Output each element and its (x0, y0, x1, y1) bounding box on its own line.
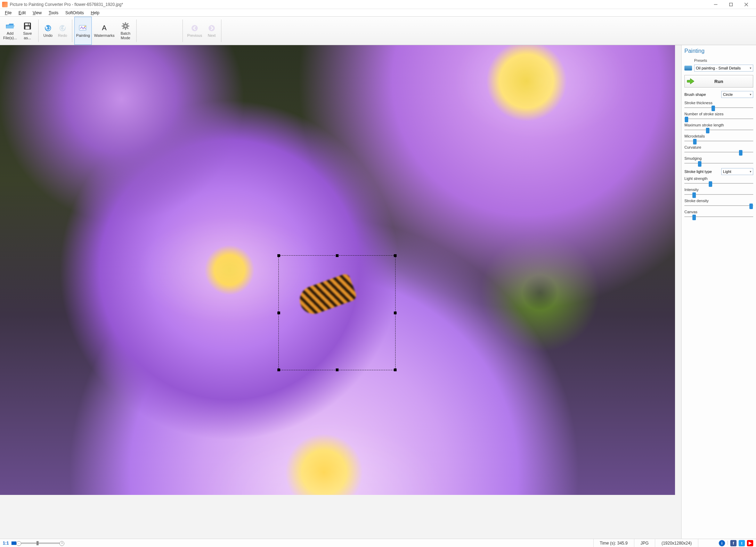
run-button[interactable]: Run (684, 75, 753, 88)
slider-maximum-stroke-length[interactable] (684, 127, 753, 133)
svg-point-14 (124, 25, 127, 27)
preset-select[interactable]: Oil painting - Small Details▾ (694, 65, 753, 72)
slider-stroke-density[interactable] (684, 203, 753, 208)
status-dimensions: (1920x1280x24) (655, 539, 698, 547)
svg-line-21 (127, 23, 128, 24)
sliders-container: Stroke thicknessNumber of stroke sizesMa… (684, 99, 753, 219)
gear-icon (121, 22, 130, 31)
svg-point-23 (192, 25, 198, 31)
canvas-padding (0, 495, 681, 539)
redo-button: Redo (55, 17, 70, 45)
menu-softorbits[interactable]: SoftOrbits (62, 10, 87, 15)
canvas-wrap (0, 45, 681, 539)
svg-rect-5 (25, 23, 30, 25)
menu-help[interactable]: Help (87, 10, 103, 15)
menu-view[interactable]: View (29, 10, 45, 15)
redo-icon (58, 24, 67, 33)
status-bar: 1:1 Time (s): 345.9 JPG (1920x1280x24) i… (0, 539, 756, 547)
svg-point-24 (209, 25, 215, 31)
next-button: Next (204, 17, 219, 45)
slider-canvas[interactable] (684, 214, 753, 219)
social-links: i | f t ▶ (715, 540, 753, 546)
svg-point-11 (84, 26, 86, 27)
svg-line-19 (123, 23, 124, 24)
close-button[interactable] (739, 0, 754, 9)
image-canvas[interactable] (0, 45, 675, 495)
window-controls (708, 0, 754, 9)
slider-label-curvature: Curvature (684, 145, 753, 149)
arrow-right-icon (207, 24, 216, 33)
slider-label-intensity: Intensity (684, 188, 753, 192)
stroke-light-label: Stroke light type (684, 169, 712, 174)
slider-light-strength[interactable] (684, 181, 753, 186)
undo-button[interactable]: Undo (41, 17, 55, 45)
main-area: Painting Presets Oil painting - Small De… (0, 45, 756, 539)
menu-file[interactable]: File (1, 10, 15, 15)
stroke-light-select[interactable]: Light▾ (721, 168, 753, 175)
selection-marquee[interactable] (278, 255, 396, 370)
side-panel: Painting Presets Oil painting - Small De… (681, 45, 756, 539)
handle-tc[interactable] (336, 254, 339, 257)
previous-button: Previous (185, 17, 204, 45)
svg-rect-6 (25, 26, 30, 29)
handle-ml[interactable] (277, 312, 280, 314)
handle-tl[interactable] (277, 254, 280, 257)
handle-bl[interactable] (277, 368, 280, 371)
twitter-icon[interactable]: t (739, 540, 745, 546)
save-icon (23, 22, 32, 31)
handle-br[interactable] (394, 368, 397, 371)
slider-smudging[interactable] (684, 160, 753, 166)
slider-label-canvas: Canvas (684, 210, 753, 214)
arrow-left-icon (190, 24, 199, 33)
painting-button[interactable]: Painting (74, 17, 92, 45)
app-icon (2, 2, 8, 7)
info-icon[interactable]: i (719, 540, 725, 546)
fit-window-icon[interactable] (11, 541, 16, 545)
youtube-icon[interactable]: ▶ (747, 540, 753, 546)
slider-curvature[interactable] (684, 149, 753, 155)
painting-icon (79, 24, 88, 33)
run-arrow-icon (687, 77, 694, 85)
watermarks-button[interactable]: A Watermarks (92, 17, 117, 45)
batch-mode-button[interactable]: Batch Mode (117, 17, 134, 45)
handle-bc[interactable] (336, 368, 339, 371)
maximize-button[interactable] (723, 0, 739, 9)
slider-microdetails[interactable] (684, 138, 753, 144)
slider-label-smudging: Smudging (684, 156, 753, 160)
slider-label-microdetails: Microdetails (684, 134, 753, 138)
chevron-down-icon: ▾ (750, 66, 751, 70)
preset-icon (684, 66, 692, 71)
chevron-down-icon: ▾ (750, 170, 751, 173)
save-as-button[interactable]: Save as... (19, 17, 36, 45)
facebook-icon[interactable]: f (730, 540, 737, 546)
status-format: JPG (634, 539, 655, 547)
slider-number-of-stroke-sizes[interactable] (684, 116, 753, 122)
watermarks-icon: A (100, 24, 109, 33)
window-title: Picture to Painting Converter Pro - flow… (10, 2, 708, 7)
slider-label-stroke-thickness: Stroke thickness (684, 101, 753, 105)
brush-shape-select[interactable]: Circle▾ (721, 91, 753, 98)
handle-mr[interactable] (394, 312, 397, 314)
zoom-slider[interactable] (21, 542, 59, 544)
minimize-button[interactable] (708, 0, 723, 9)
add-files-button[interactable]: Add File(s)... (1, 17, 19, 45)
undo-icon (43, 24, 52, 33)
slider-label-light-strength: Light strength (684, 176, 753, 181)
menu-edit[interactable]: Edit (15, 10, 29, 15)
handle-tr[interactable] (394, 254, 397, 257)
status-time: Time (s): 345.9 (593, 539, 634, 547)
folder-open-icon (6, 22, 15, 31)
menu-tools[interactable]: Tools (45, 10, 62, 15)
slider-intensity[interactable] (684, 192, 753, 197)
svg-text:A: A (102, 24, 107, 32)
slider-stroke-thickness[interactable] (684, 105, 753, 110)
zoom-thumb[interactable] (36, 541, 39, 545)
slider-label-maximum-stroke-length: Maximum stroke length (684, 123, 753, 127)
toolbar: Add File(s)... Save as... Undo Redo Pain… (0, 17, 756, 45)
svg-rect-7 (28, 23, 29, 25)
menu-bar: File Edit View Tools SoftOrbits Help (0, 9, 756, 17)
zoom-ratio[interactable]: 1:1 (3, 541, 9, 546)
presets-label: Presets (694, 58, 753, 63)
svg-rect-1 (730, 3, 733, 6)
svg-line-20 (127, 28, 128, 29)
